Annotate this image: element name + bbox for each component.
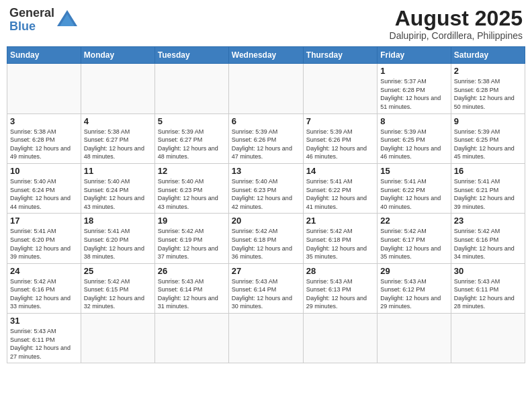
day-number: 15 (380, 166, 447, 176)
calendar-cell: 29Sunrise: 5:43 AMSunset: 6:12 PMDayligh… (378, 263, 451, 313)
location-subtitle: Dalupirip, Cordillera, Philippines (390, 30, 523, 41)
calendar-cell: 18Sunrise: 5:41 AMSunset: 6:20 PMDayligh… (81, 214, 154, 263)
calendar-cell: 25Sunrise: 5:42 AMSunset: 6:15 PMDayligh… (81, 263, 154, 313)
calendar-cell (303, 64, 377, 113)
calendar-cell: 31Sunrise: 5:43 AMSunset: 6:11 PMDayligh… (7, 314, 81, 363)
day-number: 10 (10, 166, 78, 176)
sun-info: Sunrise: 5:43 AMSunset: 6:14 PMDaylight:… (158, 277, 226, 311)
calendar-cell: 22Sunrise: 5:42 AMSunset: 6:17 PMDayligh… (378, 214, 451, 263)
sun-info: Sunrise: 5:43 AMSunset: 6:13 PMDaylight:… (306, 277, 374, 311)
sun-info: Sunrise: 5:42 AMSunset: 6:18 PMDaylight:… (306, 227, 374, 261)
day-number: 16 (454, 166, 522, 176)
calendar-cell: 26Sunrise: 5:43 AMSunset: 6:14 PMDayligh… (154, 263, 228, 313)
day-number: 12 (158, 166, 226, 176)
day-number: 19 (158, 216, 226, 226)
day-number: 11 (84, 166, 152, 176)
sun-info: Sunrise: 5:41 AMSunset: 6:22 PMDaylight:… (380, 177, 447, 211)
weekday-header-sunday: Sunday (7, 47, 81, 64)
day-number: 22 (380, 216, 447, 226)
day-number: 6 (232, 116, 300, 126)
calendar-cell (228, 64, 303, 113)
sun-info: Sunrise: 5:42 AMSunset: 6:16 PMDaylight:… (454, 227, 522, 261)
day-number: 20 (232, 216, 300, 226)
calendar-cell: 2Sunrise: 5:38 AMSunset: 6:28 PMDaylight… (451, 64, 525, 113)
calendar-cell (378, 314, 451, 363)
calendar-cell (303, 314, 377, 363)
calendar-cell: 6Sunrise: 5:39 AMSunset: 6:26 PMDaylight… (228, 113, 303, 163)
calendar-cell (7, 64, 81, 113)
calendar-cell: 14Sunrise: 5:41 AMSunset: 6:22 PMDayligh… (303, 163, 377, 213)
day-number: 18 (84, 216, 152, 226)
weekday-header-monday: Monday (81, 47, 154, 64)
calendar-cell: 30Sunrise: 5:43 AMSunset: 6:11 PMDayligh… (451, 263, 525, 313)
calendar-cell (81, 64, 154, 113)
sun-info: Sunrise: 5:42 AMSunset: 6:16 PMDaylight:… (10, 277, 78, 311)
calendar-week-row: 24Sunrise: 5:42 AMSunset: 6:16 PMDayligh… (7, 263, 525, 313)
calendar-cell: 9Sunrise: 5:39 AMSunset: 6:25 PMDaylight… (451, 113, 525, 163)
sun-info: Sunrise: 5:39 AMSunset: 6:26 PMDaylight:… (306, 128, 374, 161)
calendar-cell: 8Sunrise: 5:39 AMSunset: 6:25 PMDaylight… (378, 113, 451, 163)
weekday-header-friday: Friday (378, 47, 451, 64)
page-header: General Blue August 2025 Dalupirip, Cord… (7, 7, 525, 41)
calendar-cell: 3Sunrise: 5:38 AMSunset: 6:28 PMDaylight… (7, 113, 81, 163)
calendar-week-row: 17Sunrise: 5:41 AMSunset: 6:20 PMDayligh… (7, 214, 525, 263)
sun-info: Sunrise: 5:38 AMSunset: 6:28 PMDaylight:… (454, 77, 522, 111)
day-number: 8 (380, 116, 447, 126)
day-number: 1 (380, 66, 447, 76)
day-number: 9 (454, 116, 522, 126)
weekday-header-thursday: Thursday (303, 47, 377, 64)
weekday-header-row: SundayMondayTuesdayWednesdayThursdayFrid… (7, 47, 525, 64)
calendar-cell: 15Sunrise: 5:41 AMSunset: 6:22 PMDayligh… (378, 163, 451, 213)
day-number: 23 (454, 216, 522, 226)
sun-info: Sunrise: 5:37 AMSunset: 6:28 PMDaylight:… (380, 77, 447, 111)
calendar-cell: 16Sunrise: 5:41 AMSunset: 6:21 PMDayligh… (451, 163, 525, 213)
weekday-header-wednesday: Wednesday (228, 47, 303, 64)
calendar-cell: 12Sunrise: 5:40 AMSunset: 6:23 PMDayligh… (154, 163, 228, 213)
calendar-cell: 7Sunrise: 5:39 AMSunset: 6:26 PMDaylight… (303, 113, 377, 163)
weekday-header-saturday: Saturday (451, 47, 525, 64)
sun-info: Sunrise: 5:39 AMSunset: 6:26 PMDaylight:… (232, 128, 300, 161)
calendar-cell: 21Sunrise: 5:42 AMSunset: 6:18 PMDayligh… (303, 214, 377, 263)
calendar-cell: 5Sunrise: 5:39 AMSunset: 6:27 PMDaylight… (154, 113, 228, 163)
sun-info: Sunrise: 5:43 AMSunset: 6:11 PMDaylight:… (454, 277, 522, 311)
calendar-cell: 1Sunrise: 5:37 AMSunset: 6:28 PMDaylight… (378, 64, 451, 113)
calendar-cell (451, 314, 525, 363)
sun-info: Sunrise: 5:41 AMSunset: 6:22 PMDaylight:… (306, 177, 374, 211)
sun-info: Sunrise: 5:42 AMSunset: 6:18 PMDaylight:… (232, 227, 300, 261)
weekday-header-tuesday: Tuesday (154, 47, 228, 64)
day-number: 13 (232, 166, 300, 176)
calendar-table: SundayMondayTuesdayWednesdayThursdayFrid… (7, 46, 525, 363)
sun-info: Sunrise: 5:42 AMSunset: 6:17 PMDaylight:… (380, 227, 447, 261)
calendar-cell: 19Sunrise: 5:42 AMSunset: 6:19 PMDayligh… (154, 214, 228, 263)
day-number: 31 (10, 316, 78, 326)
day-number: 30 (454, 266, 522, 276)
sun-info: Sunrise: 5:43 AMSunset: 6:14 PMDaylight:… (232, 277, 300, 311)
calendar-cell: 10Sunrise: 5:40 AMSunset: 6:24 PMDayligh… (7, 163, 81, 213)
day-number: 29 (380, 266, 447, 276)
calendar-cell: 20Sunrise: 5:42 AMSunset: 6:18 PMDayligh… (228, 214, 303, 263)
month-title: August 2025 (390, 7, 523, 30)
calendar-cell (154, 314, 228, 363)
calendar-cell: 23Sunrise: 5:42 AMSunset: 6:16 PMDayligh… (451, 214, 525, 263)
day-number: 5 (158, 116, 226, 126)
sun-info: Sunrise: 5:41 AMSunset: 6:20 PMDaylight:… (10, 227, 78, 261)
title-block: August 2025 Dalupirip, Cordillera, Phili… (390, 7, 523, 41)
logo-text: General Blue (9, 7, 54, 34)
sun-info: Sunrise: 5:42 AMSunset: 6:19 PMDaylight:… (158, 227, 226, 261)
day-number: 3 (10, 116, 78, 126)
sun-info: Sunrise: 5:43 AMSunset: 6:12 PMDaylight:… (380, 277, 447, 311)
calendar-week-row: 10Sunrise: 5:40 AMSunset: 6:24 PMDayligh… (7, 163, 525, 213)
day-number: 17 (10, 216, 78, 226)
day-number: 28 (306, 266, 374, 276)
calendar-cell: 4Sunrise: 5:38 AMSunset: 6:27 PMDaylight… (81, 113, 154, 163)
sun-info: Sunrise: 5:40 AMSunset: 6:23 PMDaylight:… (232, 177, 300, 211)
calendar-cell: 24Sunrise: 5:42 AMSunset: 6:16 PMDayligh… (7, 263, 81, 313)
day-number: 4 (84, 116, 152, 126)
calendar-week-row: 3Sunrise: 5:38 AMSunset: 6:28 PMDaylight… (7, 113, 525, 163)
calendar-cell: 11Sunrise: 5:40 AMSunset: 6:24 PMDayligh… (81, 163, 154, 213)
logo-blue: Blue (9, 19, 36, 33)
day-number: 24 (10, 266, 78, 276)
day-number: 21 (306, 216, 374, 226)
calendar-cell (81, 314, 154, 363)
sun-info: Sunrise: 5:39 AMSunset: 6:27 PMDaylight:… (158, 128, 226, 161)
